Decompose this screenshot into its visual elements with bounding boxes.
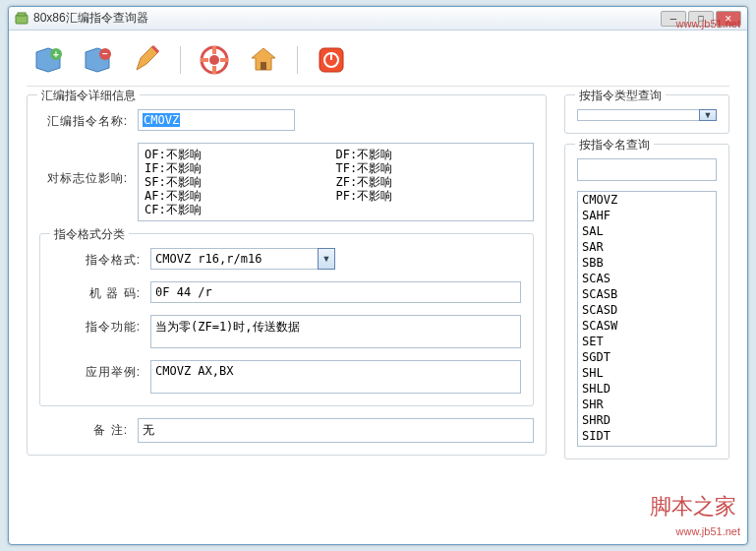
flag-line: AF:不影响 xyxy=(145,189,336,203)
main-window: 80x86汇编指令查询器 ─ □ ✕ + − xyxy=(8,6,748,545)
list-item[interactable]: CMOVZ xyxy=(578,192,716,208)
flag-line: TF:不影响 xyxy=(336,161,528,175)
list-item[interactable]: SAL xyxy=(578,223,716,239)
separator xyxy=(297,46,298,74)
detail-group: 汇编指令详细信息 汇编指令名称: CMOVZ 对标志位影响: OF:不影响IF:… xyxy=(27,94,547,456)
flag-line: ZF:不影响 xyxy=(336,175,528,189)
titlebar[interactable]: 80x86汇编指令查询器 ─ □ ✕ xyxy=(9,7,747,31)
search-input[interactable] xyxy=(577,158,717,181)
list-item[interactable]: SCASB xyxy=(578,286,716,302)
list-item[interactable]: SHLD xyxy=(578,381,716,397)
flag-line: CF:不影响 xyxy=(145,203,336,216)
left-column: 汇编指令详细信息 汇编指令名称: CMOVZ 对标志位影响: OF:不影响IF:… xyxy=(27,94,547,469)
content: 汇编指令详细信息 汇编指令名称: CMOVZ 对标志位影响: OF:不影响IF:… xyxy=(27,94,729,469)
detail-group-title: 汇编指令详细信息 xyxy=(37,88,140,104)
maximize-button[interactable]: □ xyxy=(688,11,714,27)
svg-rect-8 xyxy=(212,46,216,54)
list-item[interactable]: SAHF xyxy=(578,208,716,223)
list-item[interactable]: SET xyxy=(578,334,716,349)
right-column: 按指令类型查询 ▼ 按指令名查询 CMOVZSAHFSALSARSBBSCASS… xyxy=(564,94,729,469)
name-query-group: 按指令名查询 CMOVZSAHFSALSARSBBSCASSCASBSCASDS… xyxy=(564,144,729,459)
edit-icon[interactable] xyxy=(131,44,162,76)
type-query-group: 按指令类型查询 ▼ xyxy=(564,94,729,134)
list-item[interactable]: SCAS xyxy=(578,271,716,286)
format-group-title: 指令格式分类 xyxy=(50,226,129,243)
list-item[interactable]: SHL xyxy=(578,365,716,381)
flags-box[interactable]: OF:不影响IF:不影响SF:不影响AF:不影响CF:不影响 DF:不影响TF:… xyxy=(138,143,534,221)
chevron-down-icon[interactable]: ▼ xyxy=(318,248,335,270)
svg-rect-11 xyxy=(220,58,228,62)
list-item[interactable]: SCASD xyxy=(578,302,716,318)
window-controls: ─ □ ✕ xyxy=(661,11,741,27)
func-input[interactable]: 当为零(ZF=1)时,传送数据 xyxy=(150,315,521,348)
list-item[interactable]: SHRD xyxy=(578,412,716,428)
opcode-label: 机 器 码: xyxy=(52,281,150,302)
flag-line: IF:不影响 xyxy=(145,161,336,175)
note-label: 备 注: xyxy=(39,418,138,439)
home-icon[interactable] xyxy=(248,44,279,76)
name-label: 汇编指令名称: xyxy=(39,109,138,130)
name-query-title: 按指令名查询 xyxy=(575,137,654,153)
format-group: 指令格式分类 指令格式: CMOVZ r16,r/m16 ▼ xyxy=(39,233,534,406)
list-item[interactable]: SGDT xyxy=(578,349,716,365)
power-icon[interactable] xyxy=(316,44,347,76)
func-label: 指令功能: xyxy=(52,315,150,336)
opcode-input[interactable]: 0F 44 /r xyxy=(150,281,521,303)
close-button[interactable]: ✕ xyxy=(716,11,741,27)
name-input[interactable]: CMOVZ xyxy=(138,109,295,131)
format-combo[interactable]: CMOVZ r16,r/m16 ▼ xyxy=(150,248,521,270)
type-query-title: 按指令类型查询 xyxy=(575,88,666,104)
svg-rect-1 xyxy=(18,13,26,16)
separator xyxy=(180,46,181,74)
minimize-button[interactable]: ─ xyxy=(661,11,686,27)
help-icon[interactable] xyxy=(199,44,230,76)
app-icon xyxy=(15,12,29,26)
svg-point-7 xyxy=(209,55,219,65)
example-input[interactable]: CMOVZ AX,BX xyxy=(150,360,521,394)
chevron-down-icon[interactable]: ▼ xyxy=(699,109,717,121)
svg-text:+: + xyxy=(53,49,59,60)
format-label: 指令格式: xyxy=(52,248,150,269)
svg-text:−: − xyxy=(102,48,108,59)
remove-icon[interactable]: − xyxy=(82,44,113,76)
example-label: 应用举例: xyxy=(52,360,150,381)
toolbar: + − xyxy=(27,40,729,87)
svg-rect-9 xyxy=(212,66,216,74)
list-item[interactable]: SHR xyxy=(578,397,716,412)
svg-rect-10 xyxy=(201,58,208,62)
list-item[interactable]: SLDT xyxy=(578,444,716,447)
list-item[interactable]: SBB xyxy=(578,255,716,271)
list-item[interactable]: SAR xyxy=(578,239,716,255)
flag-line: DF:不影响 xyxy=(336,148,528,161)
flags-label: 对标志位影响: xyxy=(39,143,138,187)
body: + − 汇编指令详细信息 xyxy=(9,31,747,479)
svg-rect-12 xyxy=(261,62,266,70)
type-combo[interactable]: ▼ xyxy=(577,109,717,121)
flag-line: SF:不影响 xyxy=(145,175,336,189)
window-title: 80x86汇编指令查询器 xyxy=(33,10,661,27)
flag-line: PF:不影响 xyxy=(336,189,528,203)
list-item[interactable]: SIDT xyxy=(578,428,716,444)
add-icon[interactable]: + xyxy=(32,44,64,76)
note-input[interactable]: 无 xyxy=(138,418,534,443)
list-item[interactable]: SCASW xyxy=(578,318,716,334)
flag-line: OF:不影响 xyxy=(145,148,336,161)
instruction-list[interactable]: CMOVZSAHFSALSARSBBSCASSCASBSCASDSCASWSET… xyxy=(577,191,717,447)
